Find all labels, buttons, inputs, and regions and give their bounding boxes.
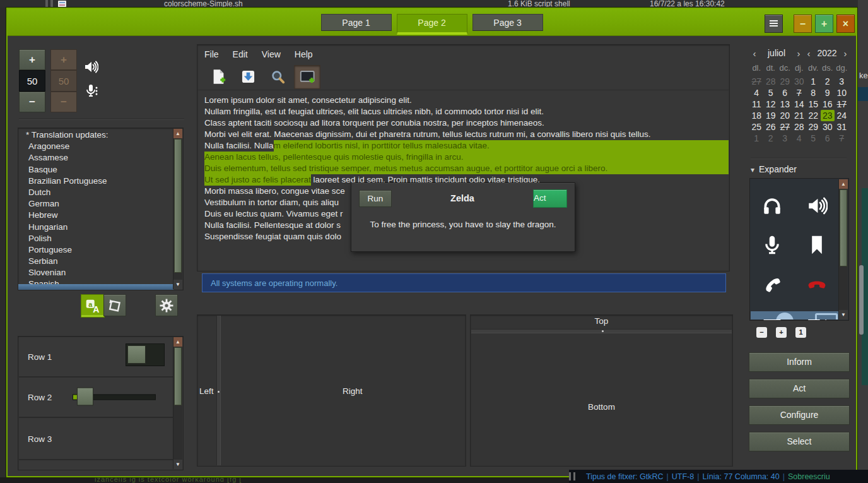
- act-button[interactable]: Act: [749, 379, 850, 398]
- calendar-day[interactable]: 1: [806, 76, 821, 87]
- scroll-down-arrow-icon[interactable]: ▼: [839, 310, 848, 319]
- list-item[interactable]: Dutch: [18, 187, 173, 198]
- calendar-day[interactable]: 26: [764, 121, 778, 133]
- calendar-day[interactable]: 1: [749, 133, 764, 144]
- calendar-day[interactable]: 6: [821, 133, 835, 144]
- settings-gear-button[interactable]: [155, 294, 178, 316]
- list-row[interactable]: Row 4: [19, 461, 173, 470]
- scroll-down-arrow-icon[interactable]: ▼: [173, 460, 182, 469]
- list-partial-selected-row[interactable]: [18, 284, 173, 290]
- translation-list[interactable]: * Translation updates:AragoneseAssameseB…: [18, 128, 184, 290]
- paned-separator-vertical[interactable]: [216, 316, 221, 465]
- calendar-day[interactable]: 7: [835, 133, 849, 144]
- slider-handle[interactable]: [77, 388, 93, 406]
- mini-button-one[interactable]: 1: [795, 327, 806, 338]
- calendar-day[interactable]: 30: [821, 121, 835, 133]
- act-button[interactable]: Act: [533, 189, 567, 208]
- close-button[interactable]: ×: [836, 15, 855, 33]
- calendar-day[interactable]: 18: [749, 110, 764, 121]
- calendar-day[interactable]: 5: [806, 133, 821, 144]
- calendar-day[interactable]: 10: [835, 87, 849, 98]
- mini-button-minus[interactable]: −: [756, 327, 767, 338]
- microphone-icon[interactable]: [756, 229, 788, 261]
- tab-page-3[interactable]: Page 3: [472, 14, 543, 31]
- calendar-day[interactable]: 29: [806, 121, 821, 133]
- next-month-icon[interactable]: ›: [794, 48, 804, 59]
- minimize-button[interactable]: −: [794, 15, 812, 33]
- headphones-icon[interactable]: [756, 190, 788, 222]
- calendar-day[interactable]: 20: [778, 110, 792, 121]
- list-row[interactable]: Row 2: [19, 378, 173, 418]
- calendar-day[interactable]: 30: [792, 76, 807, 87]
- spin-up-button[interactable]: +: [19, 49, 45, 70]
- list-item[interactable]: Serbian: [18, 256, 173, 267]
- list-item[interactable]: Brazilian Portuguese: [18, 176, 173, 187]
- list-item[interactable]: Hungarian: [18, 222, 173, 233]
- menu-help[interactable]: Help: [288, 49, 320, 59]
- calendar-day[interactable]: 6: [778, 87, 792, 98]
- calendar-day[interactable]: 28: [764, 76, 778, 87]
- bookmark-icon[interactable]: [801, 229, 833, 261]
- calendar-day[interactable]: 4: [749, 87, 764, 98]
- calendar-day[interactable]: 27: [749, 76, 764, 87]
- scroll-up-arrow-icon[interactable]: ▲: [173, 129, 182, 138]
- tab-page-2[interactable]: Page 2: [397, 14, 467, 35]
- prev-month-icon[interactable]: ‹: [749, 48, 760, 59]
- list-row[interactable]: Row 3: [19, 419, 173, 460]
- list-item[interactable]: Aragonese: [18, 141, 173, 152]
- calendar-day[interactable]: 31: [835, 121, 849, 133]
- list-item[interactable]: Basque: [18, 164, 173, 176]
- calendar-day[interactable]: 2: [764, 133, 778, 144]
- calendar-day[interactable]: 21: [792, 110, 807, 121]
- calendar-day[interactable]: 22: [806, 110, 821, 121]
- calendar-day[interactable]: 19: [764, 110, 778, 121]
- calendar-day-selected[interactable]: 23: [821, 110, 835, 121]
- paned-separator-horizontal[interactable]: [471, 329, 732, 333]
- calendar-day[interactable]: 24: [835, 110, 849, 121]
- next-year-icon[interactable]: ›: [840, 48, 850, 59]
- select-button[interactable]: Select: [749, 432, 850, 451]
- save-toolbar-button[interactable]: [235, 65, 261, 89]
- phone-icon[interactable]: [756, 268, 788, 300]
- calendar-day[interactable]: 8: [806, 87, 821, 98]
- rows-scrollbar[interactable]: ▲ ▼: [173, 337, 182, 469]
- window-menu-button[interactable]: [765, 15, 783, 33]
- list-row[interactable]: Row 1: [19, 337, 173, 378]
- iconview-scrollbar[interactable]: ▲ ▼: [838, 179, 848, 319]
- calendar-day[interactable]: 17: [835, 98, 849, 110]
- run-button[interactable]: Run: [359, 190, 392, 207]
- calendar-day[interactable]: 12: [764, 98, 778, 110]
- screenshot-toolbar-button[interactable]: [294, 65, 320, 89]
- expander[interactable]: Expander: [751, 164, 797, 174]
- calendar-day[interactable]: 13: [778, 98, 792, 110]
- list-item[interactable]: Slovenian: [18, 267, 173, 278]
- prev-year-icon[interactable]: ‹: [804, 48, 814, 59]
- paste-button[interactable]: [103, 294, 126, 316]
- calendar-day[interactable]: 27: [778, 121, 792, 133]
- calendar-day[interactable]: 3: [835, 76, 849, 87]
- calendar-day[interactable]: 15: [806, 98, 821, 110]
- calendar-day[interactable]: 29: [778, 76, 792, 87]
- configure-button[interactable]: Configure: [749, 405, 850, 425]
- calendar-day[interactable]: 2: [821, 76, 835, 87]
- list-item[interactable]: Assamese: [18, 152, 173, 164]
- calendar-day[interactable]: 28: [792, 121, 807, 133]
- spin-down-button[interactable]: −: [19, 92, 45, 112]
- spin-value[interactable]: 50: [19, 70, 45, 92]
- calendar-day[interactable]: 3: [778, 133, 792, 144]
- phone-hangup-icon[interactable]: [801, 268, 833, 300]
- speaker-icon[interactable]: [801, 190, 833, 222]
- list-scrollbar[interactable]: ▲ ▼: [173, 129, 182, 289]
- scrollbar-thumb[interactable]: [840, 189, 847, 266]
- list-item[interactable]: Portuguese: [18, 244, 173, 256]
- maximize-button[interactable]: +: [815, 15, 833, 33]
- menu-view[interactable]: View: [255, 49, 288, 59]
- scroll-up-arrow-icon[interactable]: ▲: [173, 337, 182, 347]
- calendar-day[interactable]: 5: [764, 87, 778, 98]
- calendar-day[interactable]: 14: [792, 98, 807, 110]
- iconview-partial-selected-row[interactable]: [751, 311, 839, 319]
- switch-handle[interactable]: [127, 345, 146, 364]
- calendar-day[interactable]: 25: [749, 121, 764, 133]
- scrollbar-thumb[interactable]: [174, 347, 182, 405]
- tab-page-1[interactable]: Page 1: [321, 14, 392, 31]
